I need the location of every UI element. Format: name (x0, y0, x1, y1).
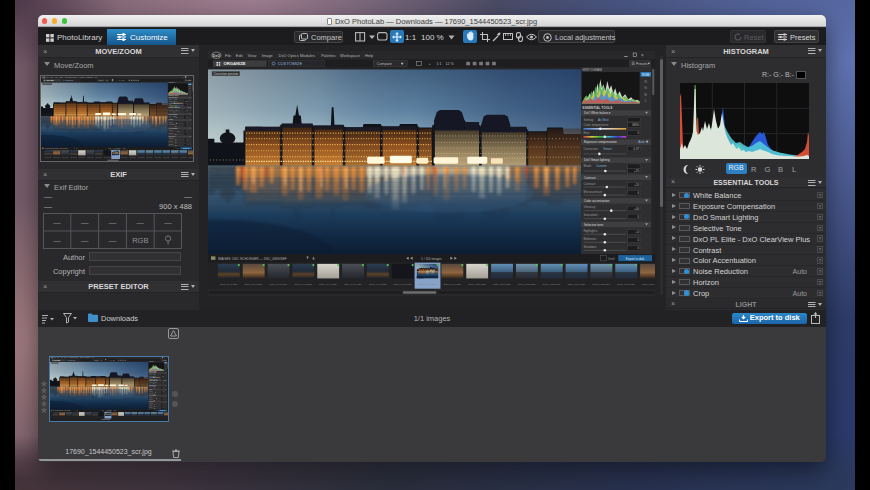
svg-text:—: — (53, 236, 61, 245)
svg-text:RGB: RGB (132, 236, 148, 245)
svg-text:—: — (108, 236, 116, 245)
svg-text:—: — (53, 218, 61, 227)
svg-text:—: — (108, 218, 116, 227)
svg-text:—: — (80, 236, 88, 245)
svg-text:—: — (164, 218, 172, 227)
svg-text:—: — (136, 218, 144, 227)
svg-text:—: — (80, 218, 88, 227)
